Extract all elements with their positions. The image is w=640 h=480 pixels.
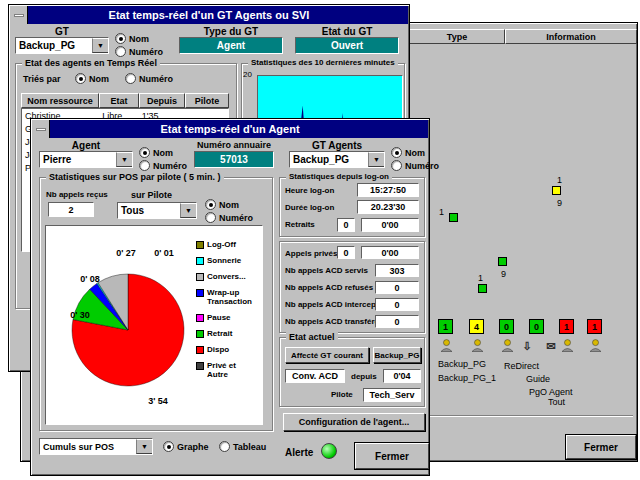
column-header[interactable]: Pilote [185,93,229,108]
gt-agents-radio-numero[interactable] [391,160,402,171]
agent-select[interactable]: Pierre ▼ [39,151,133,168]
group-status-chip[interactable]: 1 [559,319,574,334]
cumuls-select[interactable]: Cumuls sur POS ▼ [39,438,153,455]
acd-transferes-value: 0 [375,315,419,328]
legend-label: Wrap-up Transaction [207,288,258,306]
acd-refuses-value: 0 [375,281,419,294]
status-square [498,257,507,266]
status-square [478,284,487,293]
agent-icon[interactable] [587,337,603,353]
acd-servis-label: Nb appels ACD servis [285,266,368,275]
graphe-radio[interactable] [163,441,174,452]
column-header[interactable]: Depuis [139,93,185,108]
document-icon[interactable]: ✉ [543,338,559,354]
resource-group-label: Guide [526,374,550,384]
agent-icon[interactable] [499,337,515,353]
gt-agents-radio-nom[interactable] [391,147,402,158]
legend-item: Retrait [196,329,258,338]
agent-radio-nom-label: Nom [153,148,173,158]
group-status-chip[interactable]: 1 [587,319,602,334]
resource-group-label: Backup_PG_1 [438,373,496,383]
status-count: 9 [501,269,506,279]
heure-logon-value: 15:27:50 [357,183,419,197]
column-header[interactable]: Etat [99,93,139,108]
legend-swatch-icon [196,241,204,249]
stats-10min-legend: Statistiques des 10 dernières minutes [248,58,398,67]
group-status-chip[interactable]: 1 [438,319,453,334]
etat-actuel-legend: Etat actuel [286,332,338,342]
agent-icon[interactable] [438,337,454,353]
acd-servis-value: 303 [375,264,419,277]
appels-prives-duration: 0'00 [361,246,419,259]
dropdown-arrow-icon[interactable]: ▼ [116,152,132,167]
gt-agents-select[interactable]: Backup_PG ▼ [289,151,385,168]
group-status-chip[interactable]: 4 [469,319,484,334]
pilote-radio-nom[interactable] [205,199,216,210]
column-header[interactable]: Nom ressource [21,93,99,108]
acd-transferes-label: Nb appels ACD transférés [285,317,383,326]
y-axis-max-label: 20 [243,70,252,79]
affecte-gt-button[interactable]: Affecté GT courant [285,347,369,363]
legend-label: Retrait [207,329,232,338]
bg-header-cell-information[interactable]: Information [505,29,637,44]
numero-annuaire-label: Numéro annuaire [189,140,279,150]
nb-appels-recus-label: Nb appels reçus [46,190,108,199]
legend-swatch-icon [196,346,204,354]
agent-window-title: Etat temps-réel d'un Agent [160,123,299,135]
window-agent-realtime: Etat temps-réel d'un Agent Agent Pierre … [30,118,430,476]
dropdown-arrow-icon[interactable]: ▼ [368,152,384,167]
agent-window-titlebar[interactable]: Etat temps-réel d'un Agent [32,120,428,138]
group-status-chip[interactable]: 0 [529,319,544,334]
gt-agents-label: GT Agents [289,140,385,151]
config-agent-button[interactable]: Configuration de l'agent... [283,413,425,431]
system-menu-icon[interactable] [10,6,28,24]
agents-table-header: Nom ressourceEtatDepuisPilote [21,93,229,108]
sort-radio-numero-label: Numéro [139,74,173,84]
pie-label: 3' 54 [148,396,168,406]
sort-radio-nom[interactable] [75,73,86,84]
agent-icon[interactable] [469,337,485,353]
duree-logon-label: Durée log-on [285,203,334,212]
agent-radio-nom[interactable] [139,147,150,158]
gt-label: GT [15,26,109,37]
sort-label: Triés par [23,74,61,84]
divider [425,415,633,417]
dropdown-arrow-icon[interactable]: ▼ [136,439,152,454]
gt-agents-radio-nom-label: Nom [405,148,425,158]
agent-icon[interactable] [559,337,575,353]
alerte-led [321,443,337,459]
numero-annuaire-value: 57013 [194,151,274,168]
gt-window-titlebar[interactable]: Etat temps-réel d'un GT Agents ou SVI [10,6,408,24]
sort-radio-numero[interactable] [125,73,136,84]
dropdown-arrow-icon[interactable]: ▼ [180,203,196,218]
agent-radio-numero[interactable] [139,160,150,171]
system-menu-icon[interactable] [32,120,50,138]
redirect-icon[interactable]: ⇩ [519,338,535,354]
group-status-chip[interactable]: 0 [499,319,514,334]
retraits-duration: 0'00 [361,218,419,232]
acd-interceptes-value: 0 [375,298,419,311]
pilote-select-value[interactable]: Tous [118,203,180,218]
dropdown-arrow-icon[interactable]: ▼ [92,38,108,53]
gt-window-title: Etat temps-réel d'un GT Agents ou SVI [109,9,310,21]
gt-courant-button[interactable]: Backup_PG [373,347,421,363]
gt-radio-nom[interactable] [115,33,126,44]
tableau-radio[interactable] [219,441,230,452]
gt-select[interactable]: Backup_PG ▼ [15,37,109,54]
bg-header-cell-type[interactable]: Type [409,29,505,44]
legend-swatch-icon [196,362,204,370]
agent-close-button[interactable]: Fermer [355,443,429,469]
pie-label: 0' 27 [116,248,136,258]
pilote-select[interactable]: Tous ▼ [117,202,197,219]
pilote-radio-numero[interactable] [205,212,216,223]
tout-label: Tout [548,397,565,407]
agent-select-value[interactable]: Pierre [40,152,116,167]
gt-radio-numero[interactable] [115,46,126,57]
pilote-radio-nom-label: Nom [219,200,239,210]
heure-logon-label: Heure log-on [285,186,334,195]
gt-agents-select-value[interactable]: Backup_PG [290,152,368,167]
gt-select-value[interactable]: Backup_PG [16,38,92,53]
cumuls-select-value[interactable]: Cumuls sur POS [40,439,136,454]
appels-prives-count: 0 [337,246,355,259]
bg-close-button[interactable]: Fermer [566,435,636,459]
